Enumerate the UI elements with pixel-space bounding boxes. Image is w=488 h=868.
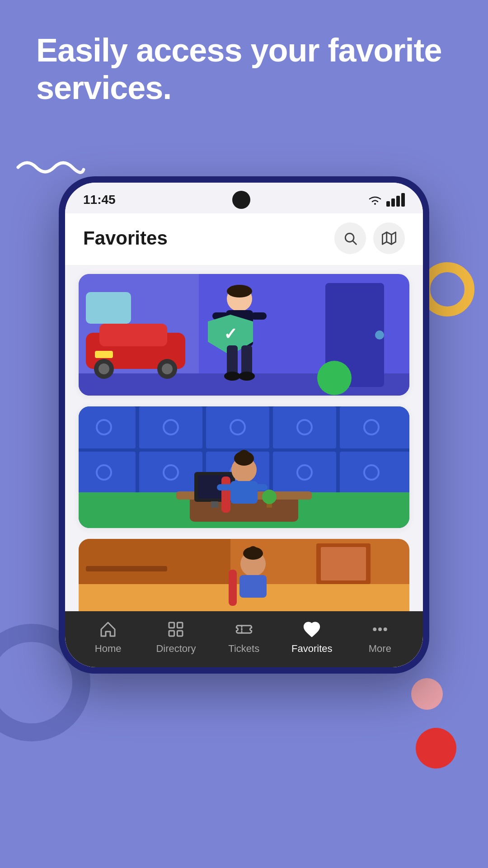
service-card-secureguard: ✓ [79,274,409,396]
cards-list: ✓ [65,265,423,611]
nav-label-favorites: Favorites [291,643,332,655]
svg-point-18 [227,285,252,297]
svg-rect-55 [211,501,218,508]
search-icon [343,231,357,245]
svg-rect-46 [273,452,336,494]
svg-point-81 [374,628,376,631]
camera-dot [232,191,250,209]
svg-rect-42 [139,452,202,494]
svg-point-15 [162,363,173,374]
nav-label-more: More [369,643,391,655]
svg-point-57 [262,490,277,504]
hero-heading: Easily access your favorite services. [36,32,452,107]
phone-screen: 11:45 Favorites [65,183,423,667]
svg-rect-76 [169,623,174,628]
svg-rect-40 [79,452,136,494]
nav-label-tickets: Tickets [228,643,259,655]
svg-rect-75 [229,570,237,606]
svg-rect-36 [273,406,336,448]
card-image-secureguard: ✓ [79,274,409,396]
svg-rect-48 [340,452,409,494]
wave-decoration [14,154,86,176]
phone-frame: 11:45 Favorites [59,176,429,674]
svg-rect-64 [249,484,267,491]
svg-point-26 [239,372,255,381]
svg-rect-21 [251,312,267,320]
nav-item-more[interactable]: More [360,619,400,655]
map-button[interactable] [373,222,405,254]
service-card-marketupbank: MarketUp Bank Main Branch 6153 km BOOK [79,406,409,528]
status-time: 11:45 [83,193,116,207]
svg-rect-16 [95,351,113,358]
svg-rect-74 [239,575,267,598]
svg-rect-38 [340,406,409,448]
svg-line-1 [353,241,356,244]
svg-point-8 [375,330,384,340]
tickets-icon [234,619,254,639]
svg-point-83 [384,628,386,631]
service-card-partial [79,539,409,611]
svg-point-13 [99,363,109,374]
svg-rect-32 [139,406,202,448]
search-button[interactable] [334,222,366,254]
svg-rect-77 [178,623,183,628]
map-icon [382,231,396,245]
svg-rect-69 [321,547,366,580]
nav-item-home[interactable]: Home [88,619,128,655]
svg-rect-34 [206,406,269,448]
card-image-marketupbank [79,406,409,528]
svg-rect-67 [79,539,230,584]
bottom-nav: Home Directory [65,611,423,667]
svg-marker-2 [382,232,395,245]
pink-ball-decoration [411,678,443,710]
page-title: Favorites [83,227,168,249]
svg-rect-78 [169,631,174,636]
svg-rect-63 [217,484,235,491]
directory-icon [166,619,186,639]
nav-label-directory: Directory [156,643,196,655]
signal-bars [386,193,405,207]
nav-item-favorites[interactable]: Favorites [291,619,332,655]
nav-item-tickets[interactable]: Tickets [224,619,264,655]
red-ball-decoration [416,728,456,769]
nav-item-directory[interactable]: Directory [155,619,196,655]
svg-point-25 [224,372,240,381]
wifi-icon [367,194,383,206]
favorites-icon [302,619,322,639]
svg-rect-28 [86,292,131,324]
status-bar: 11:45 [65,183,423,213]
svg-text:✓: ✓ [224,325,237,343]
svg-point-27 [317,361,352,395]
svg-rect-62 [221,476,230,513]
more-icon [370,619,390,639]
svg-point-82 [379,628,381,631]
svg-rect-70 [86,566,167,571]
svg-rect-11 [99,324,167,346]
svg-point-73 [249,546,258,555]
nav-label-home: Home [95,643,122,655]
top-bar: Favorites [65,213,423,265]
svg-rect-79 [178,631,183,636]
svg-point-60 [239,450,249,461]
status-icons [367,193,405,207]
svg-rect-30 [79,406,136,448]
home-icon [98,619,118,639]
top-actions [334,222,405,254]
